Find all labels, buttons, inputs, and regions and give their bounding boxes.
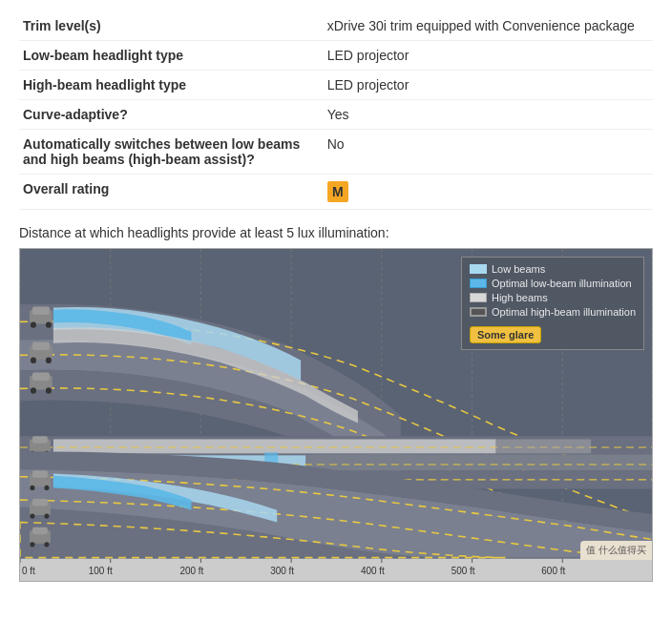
svg-rect-41: [32, 499, 48, 506]
svg-text:400 ft: 400 ft: [361, 565, 385, 575]
table-row: Curve-adaptive?Yes: [19, 100, 653, 130]
legend-label-high-beams: High beams: [492, 292, 548, 303]
svg-rect-10: [32, 306, 50, 314]
table-row: Automatically switches between low beams…: [19, 130, 653, 175]
svg-rect-31: [495, 439, 591, 453]
svg-point-15: [31, 358, 36, 363]
svg-point-16: [46, 358, 52, 363]
table-row: Trim level(s)xDrive 30i trim equipped wi…: [19, 11, 653, 41]
optimal-low-swatch: [470, 279, 487, 288]
chart-label: Distance at which headlights provide at …: [19, 225, 653, 240]
chart-legend: Low beams Optimal low-beam illumination …: [461, 257, 644, 350]
watermark: 值 什么值得买: [580, 541, 652, 560]
svg-text:500 ft: 500 ft: [452, 565, 475, 575]
table-row: Low-beam headlight typeLED projector: [19, 41, 653, 71]
legend-item-optimal-high: Optimal high-beam illumination: [470, 306, 636, 318]
overall-rating-badge: M: [327, 181, 348, 202]
svg-rect-18: [32, 372, 50, 380]
svg-point-39: [44, 486, 49, 490]
legend-item-high-beams: High beams: [470, 292, 636, 303]
low-beams-swatch: [470, 264, 487, 274]
svg-point-19: [31, 387, 36, 393]
svg-point-20: [46, 387, 52, 393]
svg-point-47: [44, 542, 49, 547]
legend-item-low-beams: Low beams: [470, 263, 636, 275]
svg-rect-45: [32, 527, 48, 534]
high-beams-swatch: [470, 293, 487, 302]
row-value: xDrive 30i trim equipped with Convenienc…: [324, 11, 653, 41]
svg-point-46: [30, 542, 34, 547]
legend-item-optimal-low: Optimal low-beam illumination: [470, 278, 636, 289]
row-value: M: [324, 175, 653, 210]
specs-table: Trim level(s)xDrive 30i trim equipped wi…: [19, 11, 653, 210]
svg-text:0 ft: 0 ft: [22, 565, 35, 575]
row-value: No: [324, 130, 653, 175]
row-value: Yes: [324, 100, 653, 130]
legend-label-optimal-low: Optimal low-beam illumination: [492, 278, 632, 289]
svg-point-42: [30, 513, 34, 518]
svg-point-38: [30, 486, 34, 490]
optimal-high-swatch: [470, 307, 487, 317]
row-label: Automatically switches between low beams…: [19, 130, 324, 175]
svg-text:200 ft: 200 ft: [179, 565, 203, 575]
row-value: LED projector: [324, 41, 653, 71]
row-label: Low-beam headlight type: [19, 41, 324, 71]
row-label: Trim level(s): [19, 11, 324, 41]
row-value: LED projector: [324, 71, 653, 100]
row-label: Overall rating: [19, 175, 324, 210]
svg-text:100 ft: 100 ft: [89, 565, 113, 575]
row-label: High-beam headlight type: [19, 71, 324, 100]
svg-rect-37: [32, 470, 48, 477]
table-row: High-beam headlight typeLED projector: [19, 71, 653, 100]
table-row: Overall ratingM: [19, 175, 653, 210]
row-label: Curve-adaptive?: [19, 100, 324, 130]
svg-rect-14: [32, 342, 50, 350]
legend-label-optimal-high: Optimal high-beam illumination: [492, 306, 636, 318]
svg-point-11: [31, 321, 36, 327]
glare-badge: Some glare: [470, 326, 541, 343]
svg-text:300 ft: 300 ft: [270, 565, 294, 575]
svg-rect-24: [53, 439, 496, 453]
svg-point-43: [44, 513, 49, 518]
svg-point-12: [46, 321, 52, 327]
headlight-chart: 0 ft 100 ft 200 ft 300 ft 400 ft 500 ft …: [19, 248, 653, 582]
legend-label-low-beams: Low beams: [492, 263, 545, 275]
svg-rect-33: [32, 436, 48, 443]
svg-text:600 ft: 600 ft: [541, 565, 565, 575]
